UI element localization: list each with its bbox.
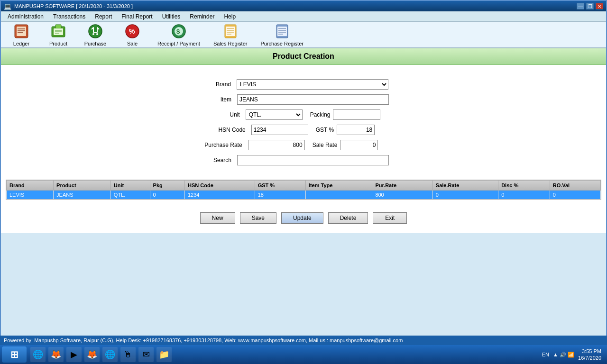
taskbar-locale: EN	[542, 352, 549, 357]
cell-pur-rate: 800	[372, 191, 432, 200]
sale-icon: %	[124, 23, 141, 40]
toolbar-sales-register[interactable]: Sales Register	[209, 21, 252, 48]
close-button[interactable]: ✕	[596, 3, 603, 9]
toolbar-purchase-register[interactable]: Purchase Register	[256, 21, 308, 48]
sale-rate-input[interactable]	[340, 140, 378, 150]
cell-pkg: 0	[150, 191, 184, 200]
taskbar-mail[interactable]: ✉	[138, 347, 154, 362]
menu-report[interactable]: Report	[90, 11, 117, 21]
col-ro-val: RO.Val	[550, 181, 600, 191]
taskbar-media[interactable]: ▶	[66, 347, 82, 362]
taskbar-browser2[interactable]: 🦊	[84, 347, 100, 362]
purchase-register-label: Purchase Register	[260, 41, 304, 46]
svg-rect-20	[226, 27, 235, 36]
cell-product: JEANS	[54, 191, 111, 200]
delete-button[interactable]: Delete	[328, 212, 368, 224]
gst-input[interactable]	[337, 125, 375, 135]
purchase-register-icon	[274, 23, 291, 40]
main-content: Brand LEVIS NIKE ADIDAS Item Unit QTL. K…	[1, 65, 606, 233]
rate-row: Purchase Rate Sale Rate	[1, 140, 568, 150]
col-disc: Disc %	[498, 181, 550, 191]
search-row: Search	[1, 155, 568, 165]
cell-disc: 0	[498, 191, 550, 200]
toolbar-receipt-payment[interactable]: $ Receipt / Payment	[153, 21, 205, 48]
col-sale-rate: Sale.Rate	[432, 181, 498, 191]
svg-rect-6	[55, 25, 61, 28]
packing-label: Packing	[310, 111, 331, 118]
menu-help[interactable]: Help	[219, 11, 240, 21]
taskbar-cursor[interactable]: 🖱	[120, 347, 136, 362]
cell-sale-rate: 0	[432, 191, 498, 200]
purchase-rate-input[interactable]	[248, 140, 305, 150]
purchase-icon	[87, 23, 104, 40]
cell-gst: 18	[255, 191, 305, 200]
minimize-button[interactable]: —	[577, 3, 584, 9]
svg-point-11	[89, 25, 102, 38]
taskbar-right: EN ▲ 🔊 📶 3:55 PM 16/7/2020	[542, 348, 605, 362]
exit-button[interactable]: Exit	[373, 212, 407, 224]
brand-select[interactable]: LEVIS NIKE ADIDAS	[237, 79, 388, 90]
table-row[interactable]: LEVIS JEANS QTL. 0 1234 18 800 0 0 0	[7, 191, 601, 200]
new-button[interactable]: New	[200, 212, 235, 224]
search-label: Search	[180, 157, 237, 164]
col-pkg: Pkg	[150, 181, 184, 191]
table-header-row: Brand Product Unit Pkg HSN Code GST % It…	[7, 181, 601, 191]
product-table: Brand Product Unit Pkg HSN Code GST % It…	[6, 180, 601, 200]
purchase-label: Purchase	[84, 41, 106, 46]
menu-bar: Administration Transactions Report Final…	[1, 11, 606, 22]
ledger-icon	[13, 23, 30, 40]
page-header: Product Creation	[1, 48, 606, 65]
ledger-label: Ledger	[13, 41, 29, 46]
taskbar-ie[interactable]: 🌐	[30, 347, 46, 362]
hsn-input[interactable]	[251, 125, 308, 135]
sale-rate-label: Sale Rate	[313, 142, 338, 148]
footer-buttons: New Save Update Delete Exit	[1, 205, 606, 228]
receipt-payment-icon: $	[170, 23, 187, 40]
app-title: MANPUSHP SOFTWARE [ 20/1/2020 - 31/3/202…	[14, 3, 133, 9]
col-item-type: Item Type	[305, 181, 372, 191]
save-button[interactable]: Save	[240, 212, 276, 224]
packing-input[interactable]	[333, 109, 380, 120]
menu-administration[interactable]: Administration	[3, 11, 48, 21]
menu-transactions[interactable]: Transactions	[48, 11, 90, 21]
window-controls[interactable]: — ❐ ✕	[577, 3, 603, 9]
search-input[interactable]	[237, 155, 389, 165]
table-body: LEVIS JEANS QTL. 0 1234 18 800 0 0 0	[7, 191, 601, 200]
page-title: Product Creation	[273, 52, 334, 60]
item-input[interactable]	[237, 94, 389, 105]
svg-rect-1	[17, 27, 26, 36]
cell-hsn: 1234	[184, 191, 255, 200]
taskbar-folder[interactable]: 📁	[156, 347, 172, 362]
svg-text:%: %	[129, 27, 135, 35]
cell-item-type	[305, 191, 372, 200]
taskbar-date-display: 16/7/2020	[578, 355, 601, 361]
taskbar: ⊞ 🌐 🦊 ▶ 🦊 🌐 🖱 ✉ 📁 EN ▲ 🔊 📶 3:55 PM 16/7/…	[0, 345, 607, 364]
menu-reminder[interactable]: Reminder	[185, 11, 219, 21]
taskbar-time-display: 3:55 PM	[578, 348, 601, 355]
taskbar-browser1[interactable]: 🦊	[48, 347, 64, 362]
toolbar-product[interactable]: Product	[42, 21, 75, 48]
cell-unit: QTL.	[110, 191, 150, 200]
table-section: Brand Product Unit Pkg HSN Code GST % It…	[6, 180, 601, 200]
taskbar-clock: 3:55 PM 16/7/2020	[578, 348, 601, 362]
status-bar: Powered by: Manpushp Software, Raipur (C…	[0, 336, 607, 345]
start-button[interactable]: ⊞	[2, 346, 27, 363]
menu-utilities[interactable]: Utilities	[157, 11, 185, 21]
hsn-gst-row: HSN Code GST %	[1, 125, 568, 135]
toolbar-ledger[interactable]: Ledger	[5, 21, 38, 48]
taskbar-chrome[interactable]: 🌐	[102, 347, 118, 362]
svg-point-13	[96, 33, 98, 35]
svg-text:$: $	[176, 28, 180, 35]
sales-register-label: Sales Register	[213, 41, 248, 46]
update-button[interactable]: Update	[281, 212, 323, 224]
hsn-label: HSN Code	[194, 127, 251, 133]
menu-final-report[interactable]: Final Report	[117, 11, 157, 21]
taskbar-sytem-icons: ▲ 🔊 📶	[553, 352, 574, 358]
toolbar-purchase[interactable]: Purchase	[79, 21, 112, 48]
purchase-rate-label: Purchase Rate	[191, 142, 248, 148]
toolbar-sale[interactable]: % Sale	[116, 21, 149, 48]
maximize-button[interactable]: ❐	[586, 3, 594, 9]
brand-label: Brand	[180, 81, 237, 88]
unit-select[interactable]: QTL. KG PCS LTR	[246, 109, 303, 120]
unit-label: Unit	[189, 111, 246, 118]
